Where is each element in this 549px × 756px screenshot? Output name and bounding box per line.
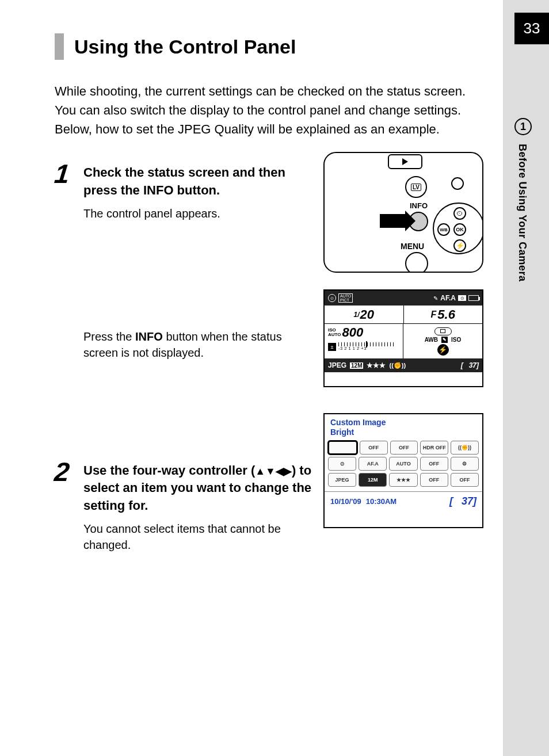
status-top-bar: ☺ AUTOPICT ✎ AF.A ⊙	[325, 291, 482, 306]
grid-cell: HDR OFF	[420, 441, 448, 455]
text: Press the	[83, 330, 135, 343]
pointer-arrow-icon	[380, 214, 407, 228]
info-label: INFO	[410, 201, 428, 210]
control-panel-title: Custom Image	[330, 418, 476, 427]
time-label: 10:30AM	[366, 497, 396, 506]
iso-ev-row: ISOAUTO 800 ± -3 2 1 1 2 +3 AWB ✎ IS	[325, 324, 482, 358]
timer-button-icon: ⏲	[453, 207, 466, 220]
grid-cell-jpeg: JPEG	[328, 473, 356, 487]
shake-reduction-icon: ((✊))	[389, 362, 406, 369]
grid-cell-custom-image	[328, 441, 357, 455]
menu-button-icon	[405, 252, 428, 273]
control-panel-header: Custom Image Bright	[325, 414, 482, 438]
title-accent	[55, 33, 64, 60]
grid-cell-stars: ★★★	[389, 473, 417, 487]
text: Use the four-way controller (	[83, 463, 255, 478]
control-panel-footer: 10/10/'09 10:30AM [ 37]	[325, 491, 482, 511]
lv-button-icon: LV	[405, 176, 427, 198]
play-button-icon	[388, 154, 422, 169]
shutter-speed: 1/20	[325, 306, 404, 323]
grid-cell: OFF	[420, 473, 448, 487]
step-2-sub: You cannot select items that cannot be c…	[83, 521, 319, 553]
step-1-extra: Press the INFO button when the status sc…	[83, 329, 319, 361]
bracket: [	[449, 495, 453, 507]
battery-icon	[468, 295, 479, 301]
grid-cell-metering-icon: ⊙	[328, 457, 356, 471]
custom-image-mini-icon: ✎	[441, 337, 448, 343]
flash-mode-icon: ⚡	[437, 344, 449, 356]
face-icon: ☺	[328, 294, 336, 302]
info-label: INFO	[143, 183, 174, 197]
grid-cell: OFF	[420, 457, 448, 471]
menu-label: MENU	[401, 242, 424, 251]
auto-pict-icon: AUTOPICT	[338, 293, 353, 303]
grid-cell-megapixel: 12M	[359, 473, 387, 487]
control-panel-grid: OFF OFF HDR OFF ((✊)) ⊙ AF.A AUTO OFF ⚙ …	[325, 438, 482, 491]
camera-back-diagram: LV INFO MENU OK WB ⏲ ⚡	[323, 152, 483, 273]
iso-value: ISOAUTO 800	[328, 325, 399, 340]
ok-button-icon: OK	[453, 223, 466, 236]
af-point-icon	[451, 177, 464, 190]
exposure-row: 1/20 F5.6	[325, 306, 482, 324]
step-2-heading: Use the four-way controller (▲▼◀▶) to se…	[83, 462, 319, 515]
chapter-label: Before Using Your Camera	[516, 144, 528, 281]
aperture: F5.6	[404, 306, 483, 323]
chapter-number-badge: 1	[514, 118, 532, 135]
wb-button-icon: WB	[437, 223, 450, 236]
ev-scale: -3 2 1 1 2 +3	[338, 346, 394, 351]
awb-label: AWB	[425, 337, 438, 343]
drive-mode-icon	[434, 327, 452, 335]
four-way-controller-icon: OK WB ⏲ ⚡	[433, 203, 483, 254]
grid-cell: OFF	[390, 441, 418, 455]
page-number: 33	[514, 13, 549, 44]
date-label: 10/10/'09	[330, 497, 361, 506]
grid-cell-shake-icon: ((✊))	[451, 441, 479, 455]
status-screen-diagram: ☺ AUTOPICT ✎ AF.A ⊙ 1/20 F5.6 ISOAUTO 80…	[323, 289, 483, 387]
step-1-heading: Check the status screen and then press t…	[83, 164, 319, 200]
grid-cell: AF.A	[359, 457, 387, 471]
bracket: [	[461, 361, 463, 369]
metering-icon: ⊙	[458, 295, 466, 301]
grid-cell: OFF	[451, 473, 479, 487]
step-number: 2	[54, 459, 85, 485]
info-label: INFO	[135, 330, 163, 343]
section-title: Using the Control Panel	[55, 33, 486, 60]
ev-bar: ± -3 2 1 1 2 +3	[328, 342, 399, 351]
status-bottom-bar: JPEG 12M ★★★ ((✊)) [ 37]	[325, 358, 482, 372]
grid-cell: ⚙	[451, 457, 479, 471]
grid-cell: AUTO	[389, 457, 417, 471]
custom-image-icon: ✎	[433, 295, 438, 301]
step-1-sub: The control panel appears.	[83, 205, 319, 222]
ev-comp-icon: ±	[328, 343, 336, 351]
title-text: Using the Control Panel	[74, 36, 296, 58]
intro-paragraph: While shooting, the current settings can…	[55, 82, 486, 139]
iso-label: ISO	[451, 337, 461, 343]
remaining-shots: 37]	[462, 495, 476, 507]
flash-button-icon: ⚡	[453, 239, 466, 252]
arrow-glyphs: ▲▼◀▶	[255, 465, 292, 477]
control-panel-diagram: Custom Image Bright OFF OFF HDR OFF ((✊)…	[323, 413, 483, 528]
lv-label: LV	[411, 184, 421, 191]
quality-stars: ★★★	[367, 361, 386, 369]
megapixel-label: 12M	[350, 362, 363, 369]
remaining-shots: 37]	[469, 361, 479, 369]
side-tab: 33 1 Before Using Your Camera	[503, 0, 549, 756]
grid-cell: OFF	[360, 441, 388, 455]
step-number: 1	[54, 161, 85, 187]
jpeg-label: JPEG	[328, 361, 346, 369]
af-mode-label: AF.A	[440, 294, 456, 302]
control-panel-value: Bright	[330, 427, 476, 437]
text: button.	[174, 183, 220, 197]
